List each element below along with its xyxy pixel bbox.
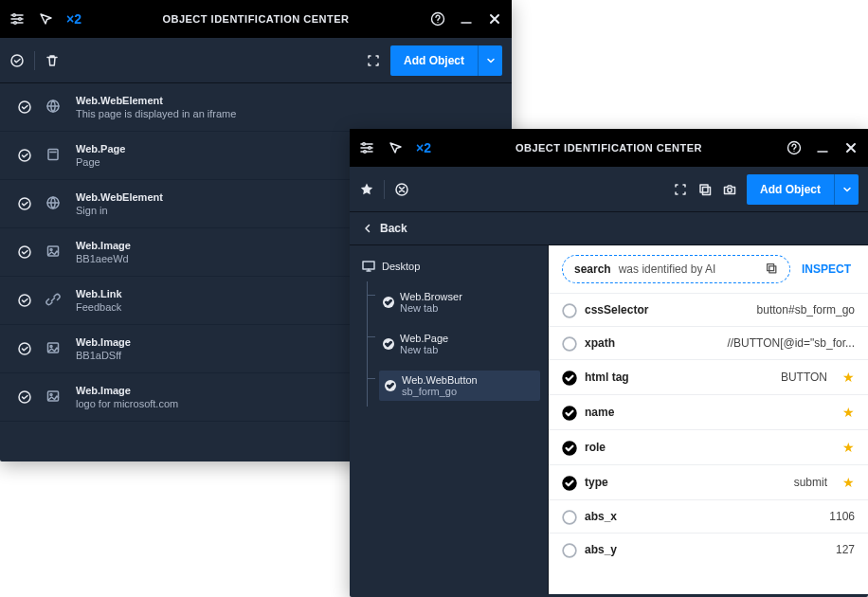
check-circle-icon[interactable] [17, 389, 32, 405]
property-row[interactable]: xpath//BUTTON[@id="sb_for... [549, 326, 868, 359]
copy-icon[interactable] [697, 182, 713, 197]
add-object-label[interactable]: Add Object [747, 174, 834, 205]
camera-icon[interactable] [722, 182, 737, 197]
property-row[interactable]: abs_y127 [549, 533, 868, 566]
object-desc: Sign in [76, 205, 163, 216]
svg-point-24 [364, 151, 367, 154]
svg-rect-29 [702, 187, 710, 194]
svg-point-16 [19, 343, 30, 354]
property-name: cssSelector [585, 303, 648, 317]
divider [34, 51, 35, 70]
object-type: Web.Link [76, 288, 122, 299]
svg-point-23 [369, 147, 371, 150]
back-button[interactable]: Back [350, 212, 868, 245]
add-object-button[interactable]: Add Object [390, 45, 502, 76]
image-icon [45, 244, 63, 261]
property-panel: search was identified by AI INSPECT cssS… [549, 245, 868, 594]
property-row[interactable]: typesubmit★ [549, 464, 868, 499]
inspect-button[interactable]: INSPECT [798, 262, 855, 276]
svg-point-21 [50, 394, 52, 396]
add-object-dropdown[interactable] [834, 174, 859, 205]
check-circle-icon[interactable] [17, 100, 32, 115]
svg-point-40 [563, 511, 576, 524]
tree-node-type: Web.WebButton [402, 374, 478, 386]
unchecked-circle-icon[interactable] [562, 543, 575, 556]
svg-point-0 [13, 14, 16, 17]
add-object-dropdown[interactable] [478, 45, 502, 76]
globe-icon [45, 99, 63, 116]
object-desc: This page is displayed in an iframe [76, 108, 236, 119]
property-value: //BUTTON[@id="sb_for... [727, 336, 855, 350]
unchecked-circle-icon[interactable] [562, 303, 575, 317]
property-name: abs_y [585, 543, 617, 556]
star-icon: ★ [842, 475, 855, 490]
object-row[interactable]: Web.WebElementThis page is displayed in … [0, 83, 512, 132]
object-desc: Page [76, 156, 125, 168]
property-value: BUTTON [781, 371, 827, 384]
close-icon[interactable] [487, 11, 502, 27]
trash-icon[interactable] [45, 53, 60, 68]
copy-ai-icon[interactable] [765, 262, 778, 278]
svg-point-15 [19, 295, 30, 306]
cursor-icon[interactable] [38, 11, 53, 27]
close-icon[interactable] [843, 140, 859, 155]
check-circle-icon[interactable] [17, 341, 32, 356]
star-icon[interactable] [359, 182, 374, 197]
property-row[interactable]: abs_x1106 [549, 499, 868, 533]
settings-icon[interactable] [359, 140, 374, 155]
unchecked-circle-icon[interactable] [562, 510, 575, 523]
property-row[interactable]: cssSelectorbutton#sb_form_go [549, 293, 868, 326]
ai-identification-chip: search was identified by AI [562, 255, 790, 283]
check-icon [383, 338, 394, 350]
svg-point-2 [14, 22, 17, 25]
divider [384, 180, 385, 199]
capture-region-icon[interactable] [366, 53, 381, 68]
property-value: button#sb_form_go [757, 303, 855, 317]
check-circle-icon[interactable] [17, 293, 32, 308]
tree-root[interactable]: Desktop [357, 255, 540, 278]
window-title: OBJECT IDENTIFICATION CENTER [439, 142, 779, 154]
minimize-icon[interactable] [815, 140, 830, 155]
svg-point-26 [793, 151, 794, 152]
cursor-icon[interactable] [388, 140, 403, 155]
checked-circle-icon[interactable] [562, 406, 575, 419]
tree-node-browser[interactable]: Web.Browser New tab [379, 287, 540, 317]
checked-circle-icon[interactable] [562, 371, 575, 384]
add-object-button[interactable]: Add Object [747, 174, 859, 205]
svg-rect-32 [768, 263, 774, 270]
object-tree: Desktop Web.Browser New tab [350, 245, 549, 594]
zoom-indicator[interactable]: ×2 [66, 11, 81, 27]
minimize-icon[interactable] [459, 11, 474, 27]
window-title: OBJECT IDENTIFICATION CENTER [89, 13, 423, 25]
help-icon[interactable] [430, 11, 445, 27]
check-icon [383, 297, 394, 308]
svg-point-1 [19, 18, 22, 21]
svg-point-18 [50, 346, 52, 348]
help-icon[interactable] [787, 140, 802, 155]
object-type: Web.WebElement [76, 191, 163, 203]
monitor-icon [361, 259, 376, 274]
check-circle-icon[interactable] [17, 244, 32, 260]
tree-node-webbutton[interactable]: Web.WebButton sb_form_go [379, 371, 540, 401]
property-row[interactable]: role★ [549, 429, 868, 464]
image-icon [45, 340, 63, 357]
add-object-label[interactable]: Add Object [390, 45, 478, 76]
settings-icon[interactable] [9, 11, 25, 27]
check-circle-icon[interactable] [17, 148, 32, 163]
clear-icon[interactable] [394, 182, 409, 197]
checked-circle-icon[interactable] [562, 476, 575, 489]
tree-node-page[interactable]: Web.Page New tab [379, 329, 540, 359]
select-all-icon[interactable] [9, 53, 25, 68]
property-value: 127 [836, 543, 855, 556]
zoom-indicator[interactable]: ×2 [416, 140, 431, 155]
property-row[interactable]: html tagBUTTON★ [549, 359, 868, 394]
capture-region-icon[interactable] [673, 182, 688, 197]
checked-circle-icon[interactable] [562, 441, 575, 454]
unchecked-circle-icon[interactable] [562, 336, 575, 350]
check-circle-icon[interactable] [17, 196, 32, 211]
property-name: xpath [585, 336, 615, 350]
tree-root-label: Desktop [382, 261, 420, 272]
property-row[interactable]: name★ [549, 394, 868, 429]
object-desc: Feedback [76, 301, 122, 313]
svg-rect-28 [700, 185, 708, 192]
